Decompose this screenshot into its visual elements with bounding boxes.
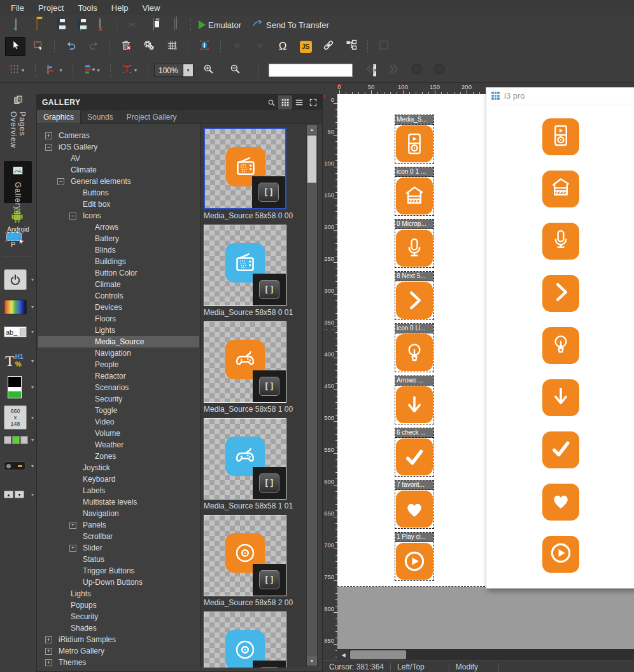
gallery-thumb-1[interactable]: [] Media_Source 58x58 0 01 bbox=[204, 225, 286, 317]
tree-expand-toggle[interactable]: − bbox=[57, 178, 64, 185]
emulator-run-button[interactable]: Emulator bbox=[199, 17, 248, 32]
align-grid-tool[interactable]: ▾ bbox=[4, 61, 29, 80]
dropdown-caret-icon[interactable]: ▾ bbox=[31, 358, 34, 364]
tree-item-arrows[interactable]: Arrows bbox=[38, 221, 199, 233]
tree-item-buildings[interactable]: Buildings bbox=[38, 256, 199, 267]
close-project-button[interactable]: ✕ bbox=[92, 17, 108, 32]
canvas-item-play-circle[interactable]: 1 Play ci... bbox=[395, 532, 434, 581]
menu-tools[interactable]: Tools bbox=[72, 2, 102, 14]
dropdown-caret-icon[interactable]: ▾ bbox=[22, 67, 24, 73]
pages-overview-tab[interactable]: Pages Overview bbox=[4, 91, 32, 155]
tree-item-scrollbar[interactable]: Scrollbar bbox=[38, 531, 199, 542]
list-view-icon[interactable] bbox=[292, 95, 306, 109]
dropdown-caret-icon[interactable]: ▾ bbox=[97, 67, 99, 73]
tree-item-popups[interactable]: Popups bbox=[38, 599, 199, 611]
tree-item-shades[interactable]: Shades bbox=[38, 622, 199, 634]
scroll-up-button[interactable]: ▲ bbox=[307, 125, 317, 134]
find-combo[interactable]: ▾ bbox=[269, 64, 353, 77]
tree-item-metro-gallery[interactable]: +Metro Gallery bbox=[38, 645, 199, 657]
tree-item-security[interactable]: Security bbox=[38, 611, 199, 622]
color-swatch-tool[interactable]: ▾ bbox=[1, 376, 35, 398]
tree-item-zones[interactable]: Zones bbox=[38, 451, 199, 462]
tree-item-climate[interactable]: Climate bbox=[38, 279, 199, 290]
emulator-heart-button[interactable] bbox=[542, 484, 579, 521]
new-project-button[interactable]: + bbox=[8, 17, 24, 32]
tree-item-labels[interactable]: Labels bbox=[38, 485, 199, 496]
gallery-thumb-5[interactable]: [] bbox=[204, 612, 286, 668]
tree-item-themes[interactable]: +Themes bbox=[38, 657, 199, 668]
tree-item-floors[interactable]: Floors bbox=[38, 313, 199, 325]
tree-item-keyboard[interactable]: Keyboard bbox=[38, 473, 199, 485]
tree-expand-toggle[interactable]: + bbox=[69, 522, 76, 529]
tree-item-people[interactable]: People bbox=[38, 359, 199, 370]
emulator-checkmark-button[interactable] bbox=[542, 431, 579, 468]
dropdown-caret-icon[interactable]: ▾ bbox=[31, 304, 34, 310]
scroll-down-button[interactable]: ▼ bbox=[307, 656, 317, 666]
tree-item-video[interactable]: Video bbox=[38, 416, 199, 428]
emulator-arrow-down-button[interactable] bbox=[542, 379, 579, 416]
tree-item-lights[interactable]: Lights bbox=[38, 325, 199, 336]
power-tool[interactable]: ▾ bbox=[1, 269, 35, 290]
canvas-item-media-player[interactable]: Media_S... bbox=[395, 115, 434, 164]
find-input[interactable] bbox=[269, 65, 373, 76]
dropdown-caret-icon[interactable]: ▾ bbox=[134, 67, 137, 73]
tree-item-cameras[interactable]: +Cameras bbox=[38, 130, 199, 141]
tree-item-volume[interactable]: Volume bbox=[38, 428, 199, 439]
tree-item-general-elements[interactable]: −General elements bbox=[38, 176, 199, 187]
project-structure-button[interactable] bbox=[341, 37, 362, 56]
thumb-image[interactable]: [] bbox=[204, 515, 286, 596]
tree-expand-toggle[interactable]: + bbox=[45, 636, 52, 643]
tree-item-devices[interactable]: Devices bbox=[38, 302, 199, 313]
states-tool[interactable]: ▾ bbox=[1, 436, 35, 444]
slider-tool[interactable]: ▾ bbox=[1, 461, 35, 470]
tab-project-gallery[interactable]: Project Gallery bbox=[120, 110, 184, 123]
send-to-transfer-button[interactable]: Send To Transfer bbox=[252, 17, 335, 32]
tree-expand-toggle[interactable]: + bbox=[45, 659, 52, 666]
zoom-in-button[interactable] bbox=[198, 61, 218, 80]
tree-item-lights[interactable]: Lights bbox=[38, 588, 199, 599]
search-icon[interactable] bbox=[264, 95, 278, 109]
tree-item-joystick[interactable]: Joystick bbox=[38, 462, 199, 473]
tree-item-media-source[interactable]: Media_Source bbox=[38, 336, 199, 347]
canvas-hscrollbar[interactable]: ◀ bbox=[337, 649, 634, 661]
tree-expand-toggle[interactable]: + bbox=[45, 132, 52, 139]
menu-project[interactable]: Project bbox=[32, 2, 69, 14]
tree-item-scenarios[interactable]: Scenarios bbox=[38, 382, 199, 393]
android-item[interactable] bbox=[8, 207, 26, 227]
thumb-image[interactable]: [] bbox=[204, 225, 286, 306]
save-all-button[interactable]: ↓ bbox=[71, 17, 87, 32]
tree-item-controls[interactable]: Controls bbox=[38, 290, 199, 302]
editbox-tool[interactable]: ab_▾ bbox=[1, 326, 35, 337]
emulator-microphone-button[interactable] bbox=[542, 223, 579, 260]
tree-item-iridium-samples[interactable]: +iRidium Samples bbox=[38, 634, 199, 645]
menu-file[interactable]: File bbox=[5, 2, 30, 14]
tree-item-buttons[interactable]: Buttons bbox=[38, 187, 199, 199]
emulator-blinds-house-button[interactable] bbox=[542, 171, 579, 207]
object-info-button[interactable] bbox=[194, 37, 215, 56]
menu-help[interactable]: Help bbox=[106, 2, 134, 14]
thumb-image[interactable]: [] bbox=[204, 612, 286, 668]
canvas-item-microphone[interactable]: 0 Microp... bbox=[395, 219, 434, 268]
tree-item-av[interactable]: AV bbox=[38, 153, 199, 164]
tree-item-ios-gallery[interactable]: −iOS Gallery bbox=[38, 141, 199, 153]
hscroll-thumb[interactable] bbox=[350, 650, 406, 659]
tree-item-climate[interactable]: Climate bbox=[38, 164, 199, 176]
tree-item-weather[interactable]: Weather bbox=[38, 439, 199, 451]
align-objects-tool[interactable]: ▾ bbox=[41, 61, 67, 80]
dropdown-caret-icon[interactable]: ▾ bbox=[31, 329, 34, 335]
emulator-titlebar[interactable]: i3 pro bbox=[486, 88, 634, 104]
canvas-item-blinds-house[interactable]: icon 0 1 ... bbox=[395, 167, 434, 216]
thumb-image[interactable]: [] bbox=[204, 418, 286, 500]
tree-item-edit-box[interactable]: Edit box bbox=[38, 199, 199, 210]
dropdown-caret-icon[interactable]: ▾ bbox=[59, 67, 62, 73]
object-settings-button[interactable] bbox=[139, 37, 159, 56]
hscroll-left-button[interactable]: ◀ bbox=[338, 650, 349, 660]
tree-item-status[interactable]: Status bbox=[38, 554, 199, 565]
canvas-item-heart[interactable]: 7 favorit... bbox=[395, 480, 434, 529]
paste-button[interactable] bbox=[145, 17, 162, 32]
tree-item-battery[interactable]: Battery bbox=[38, 233, 199, 244]
tree-item-blinds[interactable]: Blinds bbox=[38, 244, 199, 256]
marquee-select-tool[interactable] bbox=[28, 37, 48, 56]
dropdown-caret-icon[interactable]: ▾ bbox=[31, 492, 34, 498]
zoom-dropdown-caret[interactable]: ▾ bbox=[183, 64, 193, 76]
